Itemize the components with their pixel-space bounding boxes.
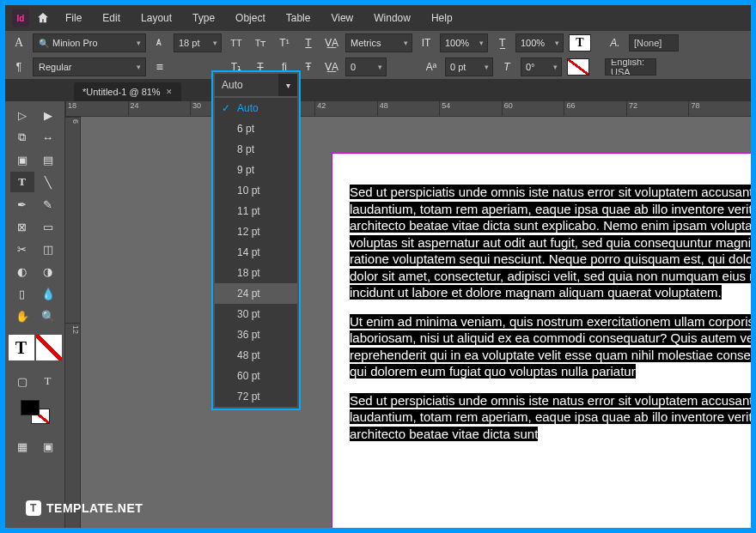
line-tool[interactable]: ╲ [36,172,60,192]
vscale-icon: IT [418,34,435,51]
close-icon[interactable]: ✕ [166,88,173,96]
home-icon[interactable] [33,8,53,28]
menu-edit[interactable]: Edit [94,9,129,27]
control-panel: A 🔍Minion Pro 18 pt TT Tᴛ T¹ T V͟A Metri… [5,31,751,79]
body-text-p2: Ut enim ad minima veniam, quis nostrum e… [350,314,751,379]
tool-panel: ▷▶ ⧉↔ ▣▤ T╲ ✒✎ ⊠▭ ✂◫ ◐◑ ▯💧 ✋🔍 T ▢T ▦▣ [5,101,65,528]
fill-proxy[interactable]: T [9,335,34,360]
baseline-select[interactable]: 0 pt [445,58,493,76]
rect-frame-tool[interactable]: ⊠ [10,216,34,237]
document-tab-label: *Untitled-1 @ 81% [82,87,161,97]
smallcaps-button[interactable]: Tᴛ [251,34,270,51]
baseline-icon: Aª [423,58,440,76]
formatting-text-icon[interactable]: T [36,371,60,391]
pencil-tool[interactable]: ✎ [36,194,60,215]
screen-mode-normal[interactable]: ▦ [10,436,34,457]
kerning-icon: V͟A [323,34,340,51]
tracking-icon: V͟A [323,58,340,76]
free-transform-tool[interactable]: ◫ [36,239,60,259]
menu-file[interactable]: File [57,9,90,27]
menu-object[interactable]: Object [227,9,274,27]
tracking-select[interactable]: 0 [345,58,387,76]
screen-mode-preview[interactable]: ▣ [36,436,60,457]
scissors-tool[interactable]: ✂ [10,239,34,259]
leading-option[interactable]: Auto [215,98,297,118]
leading-option[interactable]: 8 pt [215,139,297,160]
formatting-container-icon[interactable]: ▢ [10,371,34,391]
font-family-value: Minion Pro [52,38,98,48]
font-size-select[interactable]: 18 pt [174,33,222,52]
superscript-button[interactable]: T¹ [275,34,294,51]
character-mode-icon[interactable]: A [10,34,27,51]
leading-option[interactable]: 9 pt [215,160,297,180]
no-break-button[interactable]: Ŧ [299,58,318,76]
watermark-text: TEMPLATE.NET [46,501,143,515]
note-tool[interactable]: ▯ [10,283,34,304]
vscale-select[interactable]: 100% [440,33,488,52]
underline-button[interactable]: T [299,34,318,51]
zoom-tool[interactable]: 🔍 [36,306,60,326]
page-tool[interactable]: ⧉ [10,127,34,148]
canvas[interactable]: 18 24 30 36 42 48 54 60 66 72 78 6 12 Se… [65,101,751,528]
watermark: T TEMPLATE.NET [26,500,143,516]
content-placer-tool[interactable]: ▤ [36,149,60,170]
font-style-select[interactable]: Regular [33,58,146,76]
fill-swatch[interactable]: T [569,34,591,51]
paragraph-mode-icon[interactable]: ¶ [10,58,27,76]
leading-dropdown[interactable]: Auto ▾ Auto6 pt8 pt9 pt10 pt11 pt12 pt14… [211,70,301,410]
char-style-select[interactable]: [None] [629,34,679,51]
hscale-select[interactable]: 100% [515,33,564,52]
leading-option[interactable]: 6 pt [215,118,297,139]
allcaps-button[interactable]: TT [227,34,246,51]
leading-option[interactable]: 60 pt [215,366,297,386]
leading-option[interactable]: 72 pt [215,386,297,407]
body-text-p3: Sed ut perspiciatis unde omnis iste natu… [350,393,751,441]
leading-combo[interactable]: Auto ▾ [215,74,297,96]
leading-option[interactable]: 12 pt [215,221,297,242]
default-fill-stroke[interactable] [21,400,50,424]
font-family-select[interactable]: 🔍Minion Pro [33,33,146,52]
direct-selection-tool[interactable]: ▶ [36,105,60,125]
skew-icon: T [498,58,515,76]
stroke-proxy[interactable] [36,335,62,360]
leading-combo-value: Auto [215,79,243,91]
document-page[interactable]: Sed ut perspiciatis unde omnis iste natu… [332,153,751,528]
stroke-swatch[interactable] [567,58,589,76]
font-size-icon [151,34,168,51]
gradient-swatch-tool[interactable]: ◐ [10,261,34,282]
menu-table[interactable]: Table [277,9,320,27]
selection-tool[interactable]: ▷ [10,105,34,125]
leading-option[interactable]: 48 pt [215,345,297,366]
body-text-p1: Sed ut perspiciatis unde omnis iste natu… [350,185,751,300]
content-collector-tool[interactable]: ▣ [10,149,34,170]
menu-type[interactable]: Type [184,9,223,27]
chevron-down-icon[interactable]: ▾ [278,74,297,96]
font-style-value: Regular [39,62,72,72]
leading-option[interactable]: 14 pt [215,242,297,263]
document-tab[interactable]: *Untitled-1 @ 81% ✕ [74,82,181,101]
gradient-feather-tool[interactable]: ◑ [36,261,60,282]
type-tool[interactable]: T [10,172,34,192]
text-frame[interactable]: Sed ut perspiciatis unde omnis iste natu… [350,184,751,442]
menu-window[interactable]: Window [365,9,419,27]
kerning-select[interactable]: Metrics [345,33,412,52]
menu-view[interactable]: View [322,9,362,27]
rect-tool[interactable]: ▭ [36,216,60,237]
leading-option[interactable]: 36 pt [215,324,297,345]
language-select[interactable]: English: USA [605,58,656,76]
leading-option[interactable]: 11 pt [215,201,297,221]
menu-help[interactable]: Help [423,9,461,27]
menu-layout[interactable]: Layout [132,9,180,27]
skew-select[interactable]: 0° [521,58,562,76]
horizontal-ruler: 18 24 30 36 42 48 54 60 66 72 78 [65,101,751,117]
eyedropper-tool[interactable]: 💧 [36,283,60,304]
pen-tool[interactable]: ✒ [10,194,34,215]
leading-option[interactable]: 30 pt [215,304,297,324]
gap-tool[interactable]: ↔ [36,127,60,148]
char-style-icon: A. [607,34,624,51]
leading-option[interactable]: 10 pt [215,180,297,201]
leading-option[interactable]: 24 pt [215,283,297,304]
hand-tool[interactable]: ✋ [10,306,34,326]
app-logo-icon: Id [12,9,29,27]
leading-option[interactable]: 18 pt [215,263,297,283]
